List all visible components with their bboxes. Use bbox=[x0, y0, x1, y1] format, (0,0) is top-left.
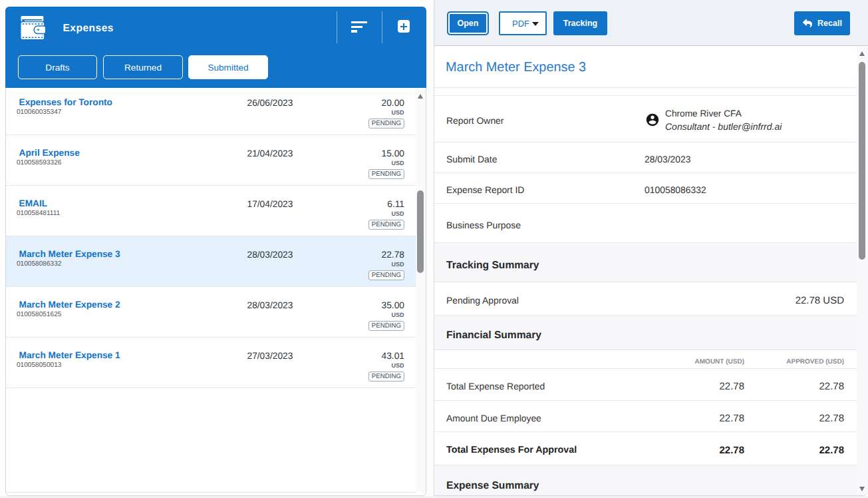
report-id: 010058593326 bbox=[17, 159, 61, 167]
report-title[interactable]: Expenses for Toronto bbox=[19, 97, 112, 108]
business-purpose-label: Business Purpose bbox=[446, 220, 521, 230]
report-id: 010060035347 bbox=[17, 109, 61, 117]
approved-value: 22.78 bbox=[819, 445, 844, 456]
pending-approval-value: 22.78 USD bbox=[796, 295, 844, 306]
tab-returned[interactable]: Returned bbox=[103, 55, 183, 79]
amount-due-employee-row: Amount Due Employee 22.78 22.78 bbox=[434, 401, 857, 432]
report-id: 010058051625 bbox=[17, 311, 61, 319]
expense-summary-heading: Expense Summary bbox=[446, 480, 539, 492]
report-date: 27/03/2023 bbox=[247, 351, 293, 361]
reply-icon bbox=[802, 19, 813, 28]
report-amount: 35.00 bbox=[382, 300, 404, 310]
report-amount: 22.78 bbox=[382, 250, 404, 260]
report-title[interactable]: March Meter Expense 3 bbox=[19, 249, 120, 260]
business-purpose-row: Business Purpose bbox=[434, 204, 857, 243]
open-button[interactable]: Open bbox=[447, 11, 489, 35]
detail-scrollbar[interactable] bbox=[857, 47, 868, 496]
wallet-icon bbox=[21, 16, 46, 40]
financial-summary-band: Financial Summary bbox=[434, 316, 857, 350]
approved-value: 22.78 bbox=[819, 412, 844, 423]
row-label: Total Expense Reported bbox=[446, 381, 545, 391]
tab-submitted[interactable]: Submitted bbox=[188, 55, 268, 79]
scrollbar-thumb[interactable] bbox=[417, 190, 424, 273]
expense-report-id-row: Expense Report ID 010058086332 bbox=[434, 173, 857, 204]
expense-report-id-value: 010058086332 bbox=[645, 184, 706, 195]
owner-subtitle: Consultant - butler@infrrd.ai bbox=[665, 121, 782, 132]
tracking-summary-heading: Tracking Summary bbox=[446, 260, 539, 272]
submit-date-label: Submit Date bbox=[446, 154, 497, 164]
submit-date-value: 28/03/2023 bbox=[645, 154, 691, 164]
pending-approval-label: Pending Approval bbox=[446, 295, 519, 306]
report-row-march-meter-expense-3[interactable]: March Meter Expense 3 010058086332 28/03… bbox=[6, 236, 416, 287]
report-date: 17/04/2023 bbox=[247, 199, 293, 209]
pdf-label: PDF bbox=[512, 19, 529, 29]
status-badge: PENDING bbox=[368, 372, 404, 381]
total-expenses-for-approval-row: Total Expenses For Approval 22.78 22.78 bbox=[434, 432, 857, 465]
total-expense-reported-row: Total Expense Reported 22.78 22.78 bbox=[434, 369, 857, 401]
account-circle-icon bbox=[645, 113, 660, 127]
report-currency: USD bbox=[391, 160, 404, 166]
report-currency: USD bbox=[391, 109, 404, 116]
status-badge: PENDING bbox=[368, 270, 404, 280]
owner-name: Chrome River CFA bbox=[665, 109, 742, 119]
expense-summary-band: Expense Summary bbox=[434, 465, 857, 496]
sort-button[interactable] bbox=[346, 16, 372, 40]
report-detail: March Meter Expense 3 Report Owner Chrom… bbox=[434, 47, 857, 496]
col-amount-header: AMOUNT (USD) bbox=[695, 358, 744, 366]
status-badge: PENDING bbox=[368, 220, 404, 230]
expenses-tabs: Drafts Returned Submitted bbox=[18, 55, 268, 79]
amount-value: 22.78 bbox=[719, 381, 744, 392]
report-owner-label: Report Owner bbox=[446, 115, 504, 126]
col-approved-header: APPROVED (USD) bbox=[786, 358, 844, 366]
status-badge: PENDING bbox=[368, 119, 404, 128]
status-badge: PENDING bbox=[368, 321, 404, 331]
plus-icon bbox=[400, 23, 408, 31]
row-label: Amount Due Employee bbox=[446, 413, 541, 423]
amount-value: 22.78 bbox=[719, 445, 744, 456]
sort-icon bbox=[351, 21, 367, 33]
scroll-up-icon[interactable] bbox=[859, 51, 865, 56]
report-date: 26/06/2023 bbox=[247, 98, 293, 108]
detail-spacer bbox=[434, 88, 857, 96]
report-amount: 20.00 bbox=[382, 98, 404, 108]
report-currency: USD bbox=[391, 210, 404, 217]
amount-value: 22.78 bbox=[719, 412, 744, 423]
detail-title: March Meter Expense 3 bbox=[446, 59, 586, 75]
row-label: Total Expenses For Approval bbox=[446, 445, 577, 455]
report-currency: USD bbox=[391, 362, 404, 369]
report-date: 28/03/2023 bbox=[247, 300, 293, 310]
tracking-summary-band: Tracking Summary bbox=[434, 243, 857, 282]
report-title[interactable]: March Meter Expense 1 bbox=[19, 350, 120, 361]
report-list: Expenses for Toronto 010060035347 26/06/… bbox=[6, 88, 416, 492]
report-amount: 6.11 bbox=[387, 199, 404, 209]
scrollbar-thumb[interactable] bbox=[859, 62, 865, 260]
recall-button[interactable]: Recall bbox=[794, 11, 850, 35]
scroll-up-icon[interactable] bbox=[418, 94, 423, 99]
report-title[interactable]: April Expense bbox=[19, 148, 80, 158]
report-detail-panel: Open PDF Tracking Recall March Meter Exp… bbox=[434, 0, 868, 496]
report-currency: USD bbox=[391, 312, 404, 318]
approved-value: 22.78 bbox=[819, 381, 844, 392]
scroll-down-icon[interactable] bbox=[859, 487, 865, 491]
report-date: 28/03/2023 bbox=[247, 250, 293, 260]
add-expense-button[interactable] bbox=[398, 20, 410, 33]
report-title[interactable]: March Meter Expense 2 bbox=[19, 300, 120, 310]
header-divider bbox=[382, 11, 382, 43]
tracking-button[interactable]: Tracking bbox=[553, 11, 607, 35]
financial-summary-heading: Financial Summary bbox=[446, 330, 541, 342]
report-row-march-meter-expense-1[interactable]: March Meter Expense 1 010058050013 27/03… bbox=[6, 338, 416, 388]
header-divider bbox=[337, 11, 337, 43]
submit-date-row: Submit Date 28/03/2023 bbox=[434, 142, 857, 173]
recall-label: Recall bbox=[817, 19, 842, 28]
report-row-april-expense[interactable]: April Expense 010058593326 21/04/2023 15… bbox=[6, 135, 416, 186]
report-title[interactable]: EMAIL bbox=[19, 198, 48, 209]
financial-columns-row: AMOUNT (USD) APPROVED (USD) bbox=[434, 350, 857, 369]
list-scrollbar[interactable] bbox=[416, 88, 426, 492]
report-row-email[interactable]: EMAIL 010058481111 17/04/2023 6.11 USD P… bbox=[6, 186, 416, 236]
tab-drafts[interactable]: Drafts bbox=[18, 55, 97, 79]
expenses-panel: Expenses Drafts Returned Submitted Expen… bbox=[5, 7, 426, 496]
pdf-dropdown-button[interactable]: PDF bbox=[499, 11, 547, 35]
status-badge: PENDING bbox=[368, 169, 404, 179]
report-row-march-meter-expense-2[interactable]: March Meter Expense 2 010058051625 28/03… bbox=[6, 287, 416, 338]
report-row-expenses-for-toronto[interactable]: Expenses for Toronto 010060035347 26/06/… bbox=[6, 88, 416, 135]
